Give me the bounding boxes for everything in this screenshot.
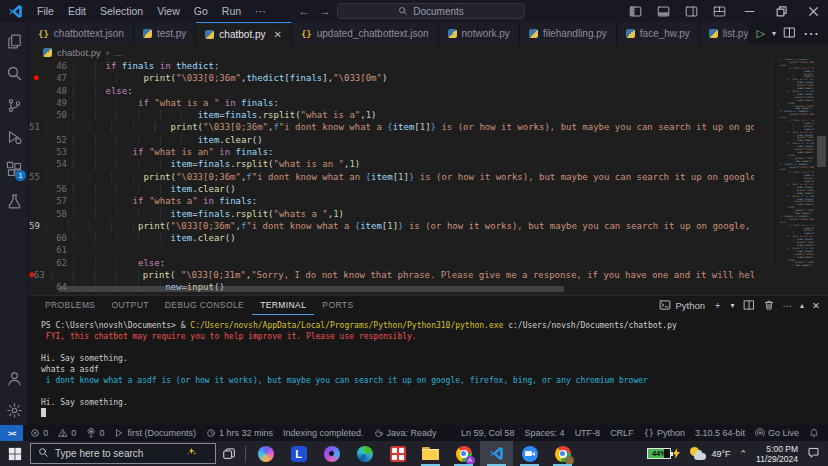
- breakpoint-gutter[interactable]: [29, 97, 43, 109]
- taskbar-app-edge[interactable]: [348, 441, 381, 466]
- minimap[interactable]: if finals in thedict: print("\033[0;36m"…: [768, 59, 814, 295]
- vertical-scrollbar[interactable]: [817, 136, 826, 167]
- status-indentation[interactable]: Spaces: 4: [520, 425, 570, 441]
- code-line-59[interactable]: 59 print("\033[0;36m",f"i dont know what…: [29, 220, 754, 232]
- terminal-output[interactable]: PS C:\Users\novsh\Documents> & C:/Users/…: [29, 315, 828, 425]
- kill-terminal-icon[interactable]: [763, 299, 775, 313]
- status-remote[interactable]: ><: [0, 425, 23, 441]
- activity-gear-icon[interactable]: [0, 395, 28, 425]
- code-line-62[interactable]: 62 else:: [29, 257, 754, 269]
- taskbar-clock[interactable]: 5:00 PM 11/29/2024: [756, 444, 798, 464]
- code-line-48[interactable]: 48 else:: [29, 85, 754, 97]
- tab-list-py[interactable]: list.py: [700, 22, 748, 45]
- breakpoint-gutter[interactable]: [29, 60, 43, 72]
- tab-face-hw-py[interactable]: face_hw.py: [617, 22, 700, 45]
- split-terminal-icon[interactable]: [743, 299, 755, 313]
- taskbar-app-red-app[interactable]: [381, 441, 414, 466]
- toggle-panel-icon[interactable]: [650, 0, 676, 22]
- customize-layout-icon[interactable]: [706, 0, 732, 22]
- code-line-50[interactable]: 50 item=finals.rsplit("what is a",1): [29, 109, 754, 121]
- breadcrumb-file[interactable]: chatbot.py: [57, 47, 101, 58]
- split-editor-icon[interactable]: [783, 25, 796, 43]
- status-notifications[interactable]: [804, 425, 824, 441]
- battery-indicator[interactable]: 44%: [647, 448, 680, 459]
- breakpoint-gutter[interactable]: [29, 183, 43, 195]
- weather-widget[interactable]: 49°F: [689, 447, 730, 460]
- tab-chatbottext-json[interactable]: {}chatbottext.json: [29, 22, 134, 45]
- panel-tab-ports[interactable]: PORTS: [314, 296, 361, 315]
- menu-item[interactable]: ⋯: [248, 2, 273, 20]
- panel-tab-output[interactable]: OUTPUT: [103, 296, 156, 315]
- start-button[interactable]: [0, 441, 30, 466]
- editor-more-actions-icon[interactable]: ⋯: [803, 24, 819, 43]
- vscode-logo-icon[interactable]: [8, 4, 23, 19]
- maximize-panel-icon[interactable]: ▴: [800, 301, 804, 310]
- minimize-button[interactable]: [734, 0, 764, 22]
- code-line-61[interactable]: 61: [29, 244, 754, 256]
- taskbar-app-chrome-a[interactable]: A: [447, 441, 480, 466]
- activity-scm-icon[interactable]: [0, 90, 28, 120]
- code-line-55[interactable]: 55 print("\033[0;36m",f"i dont know what…: [29, 171, 754, 183]
- terminal-shell-selector[interactable]: Python: [659, 299, 705, 313]
- breakpoint-gutter[interactable]: [29, 195, 43, 207]
- panel-more-actions-icon[interactable]: ⋯: [783, 300, 793, 311]
- close-button[interactable]: [798, 0, 828, 22]
- toggle-sidebar-icon[interactable]: [622, 0, 648, 22]
- activity-beaker-icon[interactable]: [0, 186, 28, 216]
- taskbar-search-input[interactable]: Type here to search: [30, 443, 216, 464]
- toggle-secondary-sidebar-icon[interactable]: [678, 0, 704, 22]
- menu-file[interactable]: File: [30, 2, 61, 20]
- horizontal-scrollbar[interactable]: [59, 286, 564, 292]
- breakpoint-gutter[interactable]: [29, 257, 43, 269]
- status-java-status[interactable]: Java: Ready: [369, 425, 442, 441]
- code-line-58[interactable]: 58 item=finals.rsplit("whats a ",1): [29, 208, 754, 220]
- status-launch-config[interactable]: first (Documents): [109, 425, 201, 441]
- run-dropdown-icon[interactable]: ▾: [772, 29, 776, 38]
- taskbar-app-zoom[interactable]: [513, 441, 546, 466]
- status-cursor-position[interactable]: Ln 59, Col 58: [456, 425, 520, 441]
- activity-ext-icon[interactable]: 1: [0, 154, 28, 184]
- status-python-version[interactable]: 3.10.5 64-bit: [690, 425, 750, 441]
- code-line-54[interactable]: 54 item=finals.rsplit("what is an ",1): [29, 158, 754, 170]
- breakpoint-gutter[interactable]: [29, 232, 43, 244]
- code-line-63[interactable]: ●63 print( "\033[0;31m","Sorry, I do not…: [29, 269, 754, 281]
- restore-button[interactable]: [766, 0, 796, 22]
- new-terminal-icon[interactable]: ＋: [713, 299, 723, 312]
- code-line-46[interactable]: 46 if finals in thedict:: [29, 60, 754, 72]
- status-language-mode[interactable]: {}Python: [639, 425, 690, 441]
- breakpoint-gutter[interactable]: [29, 244, 43, 256]
- status-go-live[interactable]: Go Live: [750, 425, 804, 441]
- run-python-file-button[interactable]: ▷: [757, 27, 765, 40]
- breakpoint-dot[interactable]: ●: [29, 72, 43, 84]
- menu-run[interactable]: Run: [215, 2, 248, 20]
- breadcrumb-more[interactable]: …: [114, 47, 124, 58]
- activity-search-icon[interactable]: [0, 58, 28, 88]
- menu-edit[interactable]: Edit: [61, 2, 93, 20]
- breakpoint-gutter[interactable]: [29, 109, 43, 121]
- code-line-57[interactable]: 57 if "whats a" in finals:: [29, 195, 754, 207]
- command-center-search[interactable]: Documents: [337, 3, 525, 19]
- tray-overflow-chevron[interactable]: ⌃: [740, 449, 748, 459]
- code-line-52[interactable]: 52 item.clear(): [29, 134, 754, 146]
- status-indexing[interactable]: Indexing completed.: [278, 425, 369, 441]
- activity-debug-icon[interactable]: [0, 122, 28, 152]
- code-line-51[interactable]: 51 print("\033[0;36m",f"i dont know what…: [29, 121, 754, 133]
- code-line-60[interactable]: 60 item.clear(): [29, 232, 754, 244]
- terminal-dropdown-icon[interactable]: ▾: [731, 301, 735, 310]
- tab-notwork-py[interactable]: notwork.py: [439, 22, 520, 45]
- taskbar-app-explorer[interactable]: [414, 441, 447, 466]
- status-errors[interactable]: 0: [25, 425, 53, 441]
- code-line-56[interactable]: 56 item.clear(): [29, 183, 754, 195]
- status-eol[interactable]: CRLF: [605, 425, 639, 441]
- breakpoint-gutter[interactable]: [29, 158, 43, 170]
- code-editor[interactable]: 46 if finals in thedict:●47 print("\033[…: [29, 59, 828, 295]
- close-panel-icon[interactable]: ✕: [812, 300, 820, 311]
- taskbar-app-chrome-b[interactable]: [546, 441, 579, 466]
- taskbar-app-l-app[interactable]: L: [282, 441, 315, 466]
- activity-account-icon[interactable]: [0, 363, 28, 393]
- panel-tab-terminal[interactable]: TERMINAL: [252, 296, 314, 315]
- tab-chatbot-py[interactable]: chatbot.py✕: [196, 22, 292, 45]
- status-ports[interactable]: 0: [81, 425, 109, 441]
- code-line-47[interactable]: ●47 print("\033[0;36m",thedict[finals],"…: [29, 72, 754, 84]
- tab-test-py[interactable]: test.py: [134, 22, 196, 45]
